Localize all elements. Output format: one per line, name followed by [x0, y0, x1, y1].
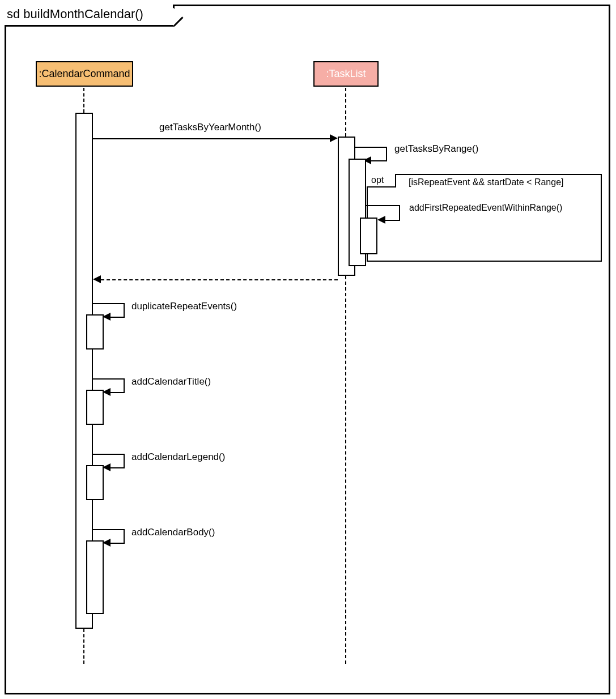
selfcall-title-back	[111, 392, 125, 393]
selfcall-legend-down	[124, 454, 125, 467]
msg-addCalendarLegend: addCalendarLegend()	[131, 451, 225, 463]
selfcall-title-down	[124, 378, 125, 392]
msg-addCalendarBody: addCalendarBody()	[131, 527, 215, 538]
selfcall-getTasksByRange-back	[371, 160, 387, 161]
activation-tasklist-3	[360, 218, 377, 254]
selfcall-body-down	[124, 529, 125, 543]
lifeline-tasklist: :TaskList	[313, 61, 379, 87]
arrowhead-body	[103, 539, 111, 547]
lifeline-calendar-line-top	[83, 88, 84, 113]
selfcall-legend-back	[111, 467, 125, 468]
activation-dup	[86, 314, 104, 350]
selfcall-body-out	[93, 529, 124, 530]
arrowhead-dup	[103, 313, 111, 321]
selfcall-dup-out	[93, 303, 124, 304]
selfcall-addFirst-down	[399, 205, 400, 220]
activation-body	[86, 540, 104, 614]
selfcall-dup-down	[124, 303, 125, 317]
opt-fragment-label: opt	[367, 174, 396, 187]
selfcall-body-back	[111, 543, 125, 544]
lifeline-calendarcommand: :CalendarCommand	[36, 61, 133, 87]
selfcall-legend-out	[93, 454, 124, 455]
arrowhead-addFirst	[377, 216, 385, 224]
diagram-frame-label: sd buildMonthCalendar()	[5, 5, 175, 27]
activation-legend	[86, 465, 104, 500]
msg-duplicateRepeatEvents: duplicateRepeatEvents()	[131, 301, 237, 312]
msg-getTasksByRange: getTasksByRange()	[394, 143, 478, 155]
lifeline-calendarcommand-label: :CalendarCommand	[39, 68, 130, 79]
msg-addFirstRepeated: addFirstRepeatedEventWithinRange()	[409, 203, 562, 213]
lifeline-tasklist-line-bottom	[345, 276, 346, 664]
arrowhead-getTasksByYearMonth	[330, 134, 338, 142]
arrowhead-legend	[103, 463, 111, 471]
arrowhead-return	[93, 275, 101, 283]
lifeline-tasklist-label: :TaskList	[326, 68, 366, 79]
selfcall-dup-back	[111, 317, 125, 318]
lifeline-tasklist-line-top	[345, 88, 346, 137]
selfcall-addFirst-back	[385, 220, 400, 221]
arrow-getTasksByYearMonth	[93, 138, 331, 139]
opt-keyword: opt	[371, 175, 384, 185]
activation-title	[86, 390, 104, 425]
lifeline-calendar-line-bottom	[83, 629, 84, 664]
frame-title-text: sd buildMonthCalendar()	[7, 7, 143, 21]
msg-addCalendarTitle: addCalendarTitle()	[131, 376, 211, 387]
msg-getTasksByYearMonth: getTasksByYearMonth()	[159, 122, 261, 133]
selfcall-title-out	[93, 378, 124, 380]
selfcall-getTasksByRange-out	[355, 147, 386, 148]
sequence-diagram: sd buildMonthCalendar() :CalendarCommand…	[0, 0, 616, 699]
return-from-tasklist	[101, 279, 338, 280]
selfcall-getTasksByRange-down	[386, 147, 387, 160]
opt-guard: [isRepeatEvent && startDate < Range]	[409, 177, 563, 187]
arrowhead-title	[103, 388, 111, 396]
selfcall-addFirst-out	[366, 205, 399, 206]
